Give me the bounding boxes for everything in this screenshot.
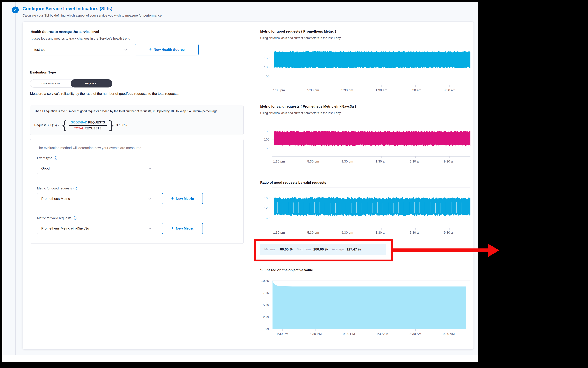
svg-text:120: 120 [264,206,270,210]
svg-text:150: 150 [264,56,270,60]
valid-metric-select[interactable]: Prometheus Metric efnkl5ayc3g [37,223,155,234]
valid-requests-chart: 150100501:30 pm5:30 pm9:30 pm1:30 am5:30… [260,120,472,168]
sli-equation-box: The SLI equation is the number of good r… [30,106,244,135]
ratio-chart-title: Ratio of good requests by valid requests [260,181,326,184]
screenshot-canvas: Configure Service Level Indicators (SLIs… [0,0,588,368]
sli-configuration-card: Health Source to manage the service leve… [23,21,474,350]
info-icon[interactable] [74,187,77,190]
slo-config-page: Configure Service Level Indicators (SLIs… [2,2,478,362]
good-requests-chart-subtitle: Using historical data and current parame… [260,36,341,40]
good-metric-select[interactable]: Prometheus Metric [37,193,155,204]
plus-icon [171,226,174,230]
good-metric-value: Prometheus Metric [41,197,70,201]
evaluation-type-description: Measure a service’s reliability by the r… [30,91,236,96]
good-requests-chart: 150100501:30 pm5:30 pm9:30 pm1:30 am5:30… [260,47,472,95]
svg-text:1:30 am: 1:30 am [375,88,387,92]
svg-text:1:30 pm: 1:30 pm [273,231,285,234]
sli-objective-chart: 100%75%50%25%0%1:30 PM5:30 PM9:30 PM1:30… [260,276,472,340]
svg-text:9:30 pm: 9:30 pm [341,231,353,234]
sli-equation-intro: The SLI equation is the number of good r… [34,109,237,113]
svg-text:9:30 PM: 9:30 PM [343,332,355,336]
svg-text:5:30 am: 5:30 am [410,88,421,92]
svg-text:180: 180 [264,196,270,200]
page-subtitle: Calculate your SLI by defining which asp… [23,14,163,17]
svg-text:1:30 am: 1:30 am [375,231,387,234]
equation-lhs: Request SLI (%) = [34,123,60,127]
event-type-select[interactable]: Good [37,163,155,174]
event-type-label: Event type [37,156,57,160]
svg-text:50: 50 [266,146,270,150]
svg-text:5:30 pm: 5:30 pm [307,88,319,92]
evaluation-method-box: The evaluation method will determine how… [30,139,244,244]
wizard-step-line [15,2,16,355]
svg-text:100: 100 [264,65,270,69]
new-health-source-button[interactable]: New Health Source [135,44,199,55]
svg-text:9:30 AM: 9:30 AM [443,332,455,336]
svg-text:60: 60 [266,216,270,220]
plus-icon [149,48,151,52]
svg-text:5:30 PM: 5:30 PM [310,332,322,336]
health-source-hint: It uses logs and metrics to track change… [31,37,130,40]
sli-equation: Request SLI (%) = { GOOD/BAD REQUESTS TO… [34,119,127,131]
valid-requests-chart-title: Metric for valid requests ( Prometheus M… [260,104,356,109]
svg-text:5:30 pm: 5:30 pm [307,231,319,234]
valid-metric-label: Metric for valid requests [37,216,76,220]
svg-text:9:30 am: 9:30 am [444,88,456,92]
svg-text:1:30 AM: 1:30 AM [376,332,388,336]
svg-text:9:30 am: 9:30 am [444,231,456,234]
svg-text:50: 50 [266,74,270,78]
chevron-down-icon [124,48,127,51]
svg-text:1:30 pm: 1:30 pm [273,88,285,92]
toggle-request-selected[interactable]: REQUEST [71,79,112,87]
new-metric-button-valid[interactable]: New Metric [162,223,203,234]
svg-text:100%: 100% [261,279,270,283]
sli-objective-chart-title: SLI based on the objective value [260,268,313,272]
svg-text:9:30 pm: 9:30 pm [341,160,353,163]
page-title: Configure Service Level Indicators (SLIs… [23,6,112,11]
svg-text:1:30 PM: 1:30 PM [276,332,289,336]
svg-text:75%: 75% [263,291,270,295]
new-health-source-label: New Health Source [154,48,185,52]
svg-text:25%: 25% [263,315,270,319]
ratio-chart: 180120601:30 pm5:30 pm9:30 pm1:30 am5:30… [260,186,472,237]
health-source-label: Health Source to manage the service leve… [31,30,99,34]
annotation-arrow-line [393,248,489,252]
plus-icon [171,197,174,201]
chevron-down-icon [149,197,151,200]
annotation-arrow-head-icon [488,244,499,257]
svg-text:0%: 0% [265,327,270,331]
info-icon[interactable] [73,216,76,220]
close-brace: } [108,118,115,132]
open-brace: { [61,118,68,132]
svg-text:1:30 pm: 1:30 pm [273,160,285,163]
info-icon[interactable] [54,156,57,160]
annotation-highlight-box [254,239,393,261]
svg-text:1:30 am: 1:30 am [375,160,387,163]
svg-text:5:30 am: 5:30 am [410,231,421,234]
equation-numerator: GOOD/BAD REQUESTS [69,120,107,126]
svg-text:5:30 AM: 5:30 AM [410,332,421,336]
svg-text:9:30 am: 9:30 am [444,160,456,163]
svg-text:100: 100 [264,138,270,141]
step-complete-check-icon [12,7,19,13]
svg-text:50%: 50% [263,303,270,307]
equation-fraction: GOOD/BAD REQUESTS TOTAL REQUESTS [69,120,107,130]
valid-requests-chart-subtitle: Using historical data and current parame… [260,111,341,115]
svg-text:9:30 pm: 9:30 pm [341,88,353,92]
svg-text:5:30 am: 5:30 am [410,160,421,163]
evaluation-type-label: Evaluation Type [30,70,56,74]
good-metric-label: Metric for good requests [37,187,77,190]
good-requests-chart-title: Metric for good requests ( Prometheus Me… [260,29,336,33]
valid-metric-value: Prometheus Metric efnkl5ayc3g [41,226,89,230]
chevron-down-icon [149,226,151,229]
health-source-select[interactable]: test-slo [30,44,131,55]
evaluation-type-toggle: TIME WINDOW REQUEST [30,79,112,87]
new-metric-button-good[interactable]: New Metric [162,193,203,204]
equation-multiplier: X 100% [116,123,127,127]
health-source-value: test-slo [34,48,45,52]
event-type-value: Good [41,166,50,170]
footer-strip [2,355,478,362]
toggle-time-window[interactable]: TIME WINDOW [30,80,71,87]
chevron-down-icon [149,166,151,169]
evaluation-method-description: The evaluation method will determine how… [37,146,141,150]
